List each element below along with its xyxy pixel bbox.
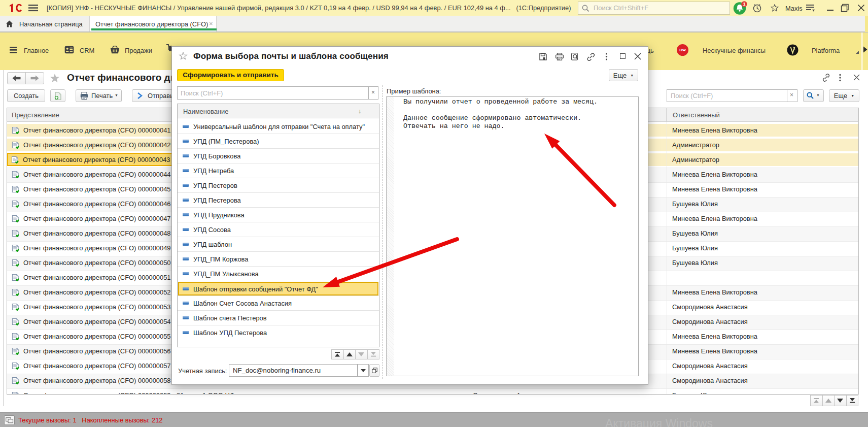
svg-text:1: 1 — [743, 2, 746, 7]
